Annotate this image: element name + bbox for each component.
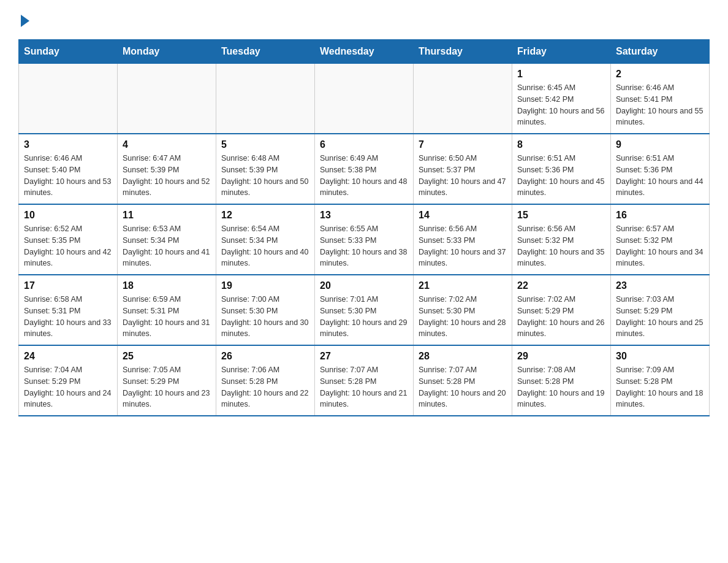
calendar-cell: 21Sunrise: 7:02 AMSunset: 5:30 PMDayligh… xyxy=(414,275,512,345)
calendar-cell: 4Sunrise: 6:47 AMSunset: 5:39 PMDaylight… xyxy=(118,134,216,204)
calendar-cell xyxy=(414,64,512,134)
week-row-4: 17Sunrise: 6:58 AMSunset: 5:31 PMDayligh… xyxy=(19,275,710,345)
day-sun-info: Sunrise: 6:52 AMSunset: 5:35 PMDaylight:… xyxy=(24,223,112,269)
day-sun-info: Sunrise: 6:56 AMSunset: 5:32 PMDaylight:… xyxy=(517,223,605,269)
calendar-cell: 29Sunrise: 7:08 AMSunset: 5:28 PMDayligh… xyxy=(512,345,611,416)
calendar-cell xyxy=(118,64,216,134)
col-header-tuesday: Tuesday xyxy=(216,40,315,64)
day-sun-info: Sunrise: 6:45 AMSunset: 5:42 PMDaylight:… xyxy=(517,82,605,128)
calendar-cell xyxy=(19,64,118,134)
day-sun-info: Sunrise: 6:50 AMSunset: 5:37 PMDaylight:… xyxy=(419,153,507,199)
col-header-sunday: Sunday xyxy=(19,40,118,64)
calendar-cell: 13Sunrise: 6:55 AMSunset: 5:33 PMDayligh… xyxy=(315,204,414,275)
day-number: 20 xyxy=(320,280,408,291)
calendar-cell: 18Sunrise: 6:59 AMSunset: 5:31 PMDayligh… xyxy=(118,275,216,345)
calendar-cell: 8Sunrise: 6:51 AMSunset: 5:36 PMDaylight… xyxy=(512,134,611,204)
calendar-table: SundayMondayTuesdayWednesdayThursdayFrid… xyxy=(18,39,710,416)
calendar-cell: 10Sunrise: 6:52 AMSunset: 5:35 PMDayligh… xyxy=(19,204,118,275)
day-sun-info: Sunrise: 7:04 AMSunset: 5:29 PMDaylight:… xyxy=(24,364,112,410)
col-header-monday: Monday xyxy=(118,40,216,64)
calendar-cell: 6Sunrise: 6:49 AMSunset: 5:38 PMDaylight… xyxy=(315,134,414,204)
col-header-friday: Friday xyxy=(512,40,611,64)
calendar-cell: 11Sunrise: 6:53 AMSunset: 5:34 PMDayligh… xyxy=(118,204,216,275)
day-sun-info: Sunrise: 7:07 AMSunset: 5:28 PMDaylight:… xyxy=(419,364,507,410)
day-number: 30 xyxy=(616,351,704,362)
day-number: 22 xyxy=(517,280,605,291)
calendar-cell: 20Sunrise: 7:01 AMSunset: 5:30 PMDayligh… xyxy=(315,275,414,345)
day-number: 15 xyxy=(517,210,605,221)
day-number: 29 xyxy=(517,351,605,362)
calendar-cell xyxy=(216,64,315,134)
day-number: 8 xyxy=(517,139,605,150)
col-header-saturday: Saturday xyxy=(611,40,710,64)
calendar-cell: 2Sunrise: 6:46 AMSunset: 5:41 PMDaylight… xyxy=(611,64,710,134)
week-row-5: 24Sunrise: 7:04 AMSunset: 5:29 PMDayligh… xyxy=(19,345,710,416)
day-sun-info: Sunrise: 7:09 AMSunset: 5:28 PMDaylight:… xyxy=(616,364,704,410)
calendar-cell: 19Sunrise: 7:00 AMSunset: 5:30 PMDayligh… xyxy=(216,275,315,345)
day-sun-info: Sunrise: 6:46 AMSunset: 5:41 PMDaylight:… xyxy=(616,82,704,128)
calendar-header-row: SundayMondayTuesdayWednesdayThursdayFrid… xyxy=(19,40,710,64)
calendar-cell: 14Sunrise: 6:56 AMSunset: 5:33 PMDayligh… xyxy=(414,204,512,275)
day-number: 6 xyxy=(320,139,408,150)
day-sun-info: Sunrise: 6:54 AMSunset: 5:34 PMDaylight:… xyxy=(221,223,309,269)
day-number: 23 xyxy=(616,280,704,291)
calendar-cell: 12Sunrise: 6:54 AMSunset: 5:34 PMDayligh… xyxy=(216,204,315,275)
calendar-cell: 25Sunrise: 7:05 AMSunset: 5:29 PMDayligh… xyxy=(118,345,216,416)
day-number: 13 xyxy=(320,210,408,221)
day-number: 27 xyxy=(320,351,408,362)
day-sun-info: Sunrise: 6:57 AMSunset: 5:32 PMDaylight:… xyxy=(616,223,704,269)
calendar-cell xyxy=(315,64,414,134)
day-number: 24 xyxy=(24,351,112,362)
day-number: 21 xyxy=(419,280,507,291)
day-number: 3 xyxy=(24,139,112,150)
calendar-cell: 7Sunrise: 6:50 AMSunset: 5:37 PMDaylight… xyxy=(414,134,512,204)
day-sun-info: Sunrise: 6:46 AMSunset: 5:40 PMDaylight:… xyxy=(24,153,112,199)
day-sun-info: Sunrise: 6:56 AMSunset: 5:33 PMDaylight:… xyxy=(419,223,507,269)
calendar-cell: 1Sunrise: 6:45 AMSunset: 5:42 PMDaylight… xyxy=(512,64,611,134)
day-number: 1 xyxy=(517,69,605,80)
day-number: 5 xyxy=(221,139,309,150)
day-sun-info: Sunrise: 7:02 AMSunset: 5:29 PMDaylight:… xyxy=(517,294,605,340)
day-sun-info: Sunrise: 7:07 AMSunset: 5:28 PMDaylight:… xyxy=(320,364,408,410)
week-row-1: 1Sunrise: 6:45 AMSunset: 5:42 PMDaylight… xyxy=(19,64,710,134)
day-number: 26 xyxy=(221,351,309,362)
day-number: 16 xyxy=(616,210,704,221)
col-header-wednesday: Wednesday xyxy=(315,40,414,64)
calendar-cell: 28Sunrise: 7:07 AMSunset: 5:28 PMDayligh… xyxy=(414,345,512,416)
day-number: 4 xyxy=(123,139,211,150)
day-number: 7 xyxy=(419,139,507,150)
day-number: 2 xyxy=(616,69,704,80)
day-sun-info: Sunrise: 6:47 AMSunset: 5:39 PMDaylight:… xyxy=(123,153,211,199)
day-sun-info: Sunrise: 6:53 AMSunset: 5:34 PMDaylight:… xyxy=(123,223,211,269)
day-number: 11 xyxy=(123,210,211,221)
day-sun-info: Sunrise: 7:01 AMSunset: 5:30 PMDaylight:… xyxy=(320,294,408,340)
week-row-2: 3Sunrise: 6:46 AMSunset: 5:40 PMDaylight… xyxy=(19,134,710,204)
calendar-cell: 24Sunrise: 7:04 AMSunset: 5:29 PMDayligh… xyxy=(19,345,118,416)
calendar-cell: 15Sunrise: 6:56 AMSunset: 5:32 PMDayligh… xyxy=(512,204,611,275)
day-sun-info: Sunrise: 6:58 AMSunset: 5:31 PMDaylight:… xyxy=(24,294,112,340)
calendar-cell: 3Sunrise: 6:46 AMSunset: 5:40 PMDaylight… xyxy=(19,134,118,204)
day-number: 14 xyxy=(419,210,507,221)
calendar-cell: 16Sunrise: 6:57 AMSunset: 5:32 PMDayligh… xyxy=(611,204,710,275)
week-row-3: 10Sunrise: 6:52 AMSunset: 5:35 PMDayligh… xyxy=(19,204,710,275)
day-sun-info: Sunrise: 6:49 AMSunset: 5:38 PMDaylight:… xyxy=(320,153,408,199)
calendar-cell: 5Sunrise: 6:48 AMSunset: 5:39 PMDaylight… xyxy=(216,134,315,204)
day-number: 25 xyxy=(123,351,211,362)
logo xyxy=(18,12,29,27)
col-header-thursday: Thursday xyxy=(414,40,512,64)
calendar-cell: 26Sunrise: 7:06 AMSunset: 5:28 PMDayligh… xyxy=(216,345,315,416)
day-number: 9 xyxy=(616,139,704,150)
page-header xyxy=(18,12,710,27)
day-number: 19 xyxy=(221,280,309,291)
day-sun-info: Sunrise: 6:51 AMSunset: 5:36 PMDaylight:… xyxy=(517,153,605,199)
day-sun-info: Sunrise: 6:59 AMSunset: 5:31 PMDaylight:… xyxy=(123,294,211,340)
day-sun-info: Sunrise: 6:55 AMSunset: 5:33 PMDaylight:… xyxy=(320,223,408,269)
day-sun-info: Sunrise: 7:03 AMSunset: 5:29 PMDaylight:… xyxy=(616,294,704,340)
day-sun-info: Sunrise: 7:05 AMSunset: 5:29 PMDaylight:… xyxy=(123,364,211,410)
day-sun-info: Sunrise: 6:48 AMSunset: 5:39 PMDaylight:… xyxy=(221,153,309,199)
day-sun-info: Sunrise: 7:08 AMSunset: 5:28 PMDaylight:… xyxy=(517,364,605,410)
calendar-cell: 22Sunrise: 7:02 AMSunset: 5:29 PMDayligh… xyxy=(512,275,611,345)
day-number: 12 xyxy=(221,210,309,221)
day-number: 10 xyxy=(24,210,112,221)
calendar-cell: 30Sunrise: 7:09 AMSunset: 5:28 PMDayligh… xyxy=(611,345,710,416)
